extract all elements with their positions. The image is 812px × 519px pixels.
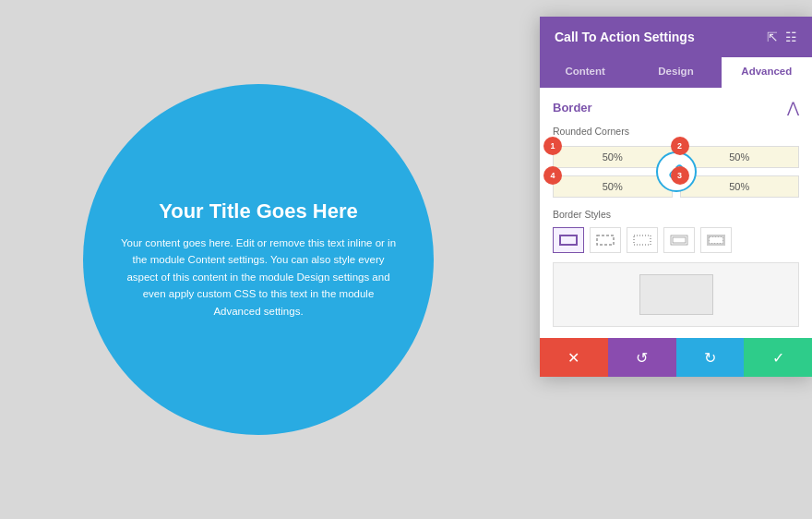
tab-content[interactable]: Content (540, 57, 630, 88)
color-picker-area[interactable] (553, 262, 799, 327)
preview-area: Your Title Goes Here Your content goes h… (0, 0, 517, 519)
reset-button[interactable]: ↺ (608, 338, 676, 377)
border-styles-section: Border Styles (553, 209, 799, 327)
settings-panel: Call To Action Settings ⇱ ☷ Content Desi… (540, 17, 812, 377)
corner-tr-badge: 2 (671, 137, 689, 155)
tabs-bar: Content Design Advanced (540, 57, 812, 88)
svg-rect-4 (673, 237, 686, 243)
action-bar: ✕ ↺ ↻ ✓ (540, 338, 812, 377)
panel-body: Border ⋀ Rounded Corners 1 2 4 3 (540, 88, 812, 338)
save-button[interactable]: ✓ (744, 338, 812, 377)
tab-advanced[interactable]: Advanced (722, 57, 812, 88)
grid-icon[interactable]: ☷ (785, 30, 797, 44)
corner-br-input[interactable] (680, 175, 800, 198)
collapse-icon[interactable]: ⋀ (787, 99, 799, 116)
corner-bl-badge: 4 (543, 166, 562, 185)
border-style-dotted[interactable] (627, 227, 658, 253)
expand-icon[interactable]: ⇱ (767, 30, 778, 44)
color-picker-swatch (639, 274, 713, 315)
section-title: Border (553, 101, 592, 115)
dotted-border-icon (633, 235, 651, 246)
corner-bl-wrapper: 4 (553, 175, 673, 198)
corner-tl-wrapper: 1 (553, 146, 673, 168)
circle-module: Your Title Goes Here Your content goes h… (83, 84, 434, 435)
corner-tl-badge: 1 (543, 137, 562, 155)
dashed-border-icon (596, 235, 615, 246)
border-styles-label: Border Styles (553, 209, 799, 220)
corners-grid: 1 2 4 3 (553, 146, 799, 198)
module-content: Your content goes here. Edit or remove t… (120, 235, 397, 320)
svg-rect-6 (710, 237, 723, 244)
svg-rect-1 (597, 235, 614, 245)
border-style-options (553, 227, 799, 253)
border-style-double[interactable] (663, 227, 695, 253)
svg-rect-2 (634, 235, 651, 245)
cancel-button[interactable]: ✕ (540, 338, 608, 377)
corner-bl-input[interactable] (553, 175, 673, 198)
border-style-dashed[interactable] (590, 227, 621, 253)
corner-tl-input[interactable] (553, 146, 673, 168)
panel-title: Call To Action Settings (555, 30, 695, 44)
tab-design[interactable]: Design (630, 57, 721, 88)
groove-border-icon (707, 235, 725, 246)
redo-button[interactable]: ↻ (676, 338, 745, 377)
svg-rect-0 (560, 235, 577, 245)
svg-rect-3 (671, 235, 687, 245)
double-border-icon (670, 235, 688, 246)
corner-br-wrapper: 3 (680, 175, 800, 198)
border-style-solid[interactable] (553, 227, 584, 253)
panel-header: Call To Action Settings ⇱ ☷ (540, 17, 812, 57)
corner-tr-input[interactable] (680, 146, 800, 168)
rounded-corners-label: Rounded Corners (553, 126, 799, 137)
corner-tr-wrapper: 2 (680, 146, 800, 168)
module-title: Your Title Goes Here (159, 199, 358, 223)
border-style-groove[interactable] (700, 227, 732, 253)
corner-br-badge: 3 (671, 166, 689, 185)
solid-border-icon (559, 235, 578, 246)
section-header: Border ⋀ (553, 99, 799, 116)
panel-header-icons: ⇱ ☷ (767, 30, 797, 44)
